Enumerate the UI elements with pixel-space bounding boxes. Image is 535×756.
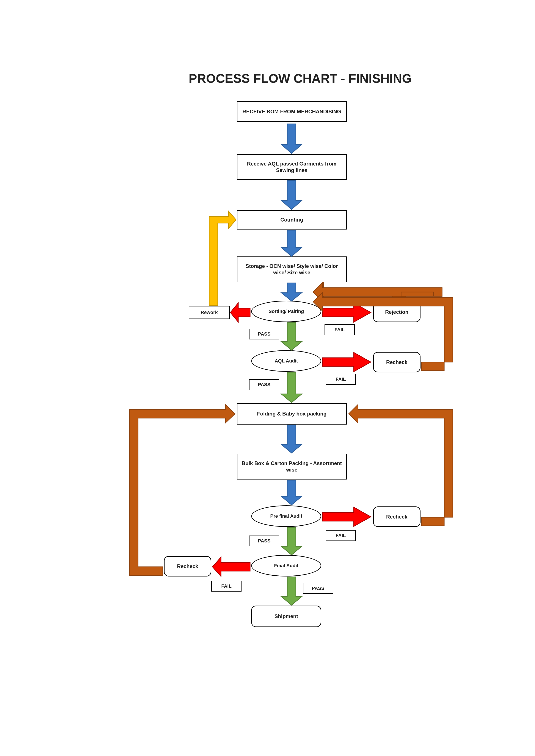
arrows-layer-2 (0, 0, 535, 756)
arrow-rejection-loop-top (310, 280, 442, 301)
svg-marker-23 (310, 280, 442, 301)
page: PROCESS FLOW CHART - FINISHING RECEIVE B… (0, 0, 535, 756)
